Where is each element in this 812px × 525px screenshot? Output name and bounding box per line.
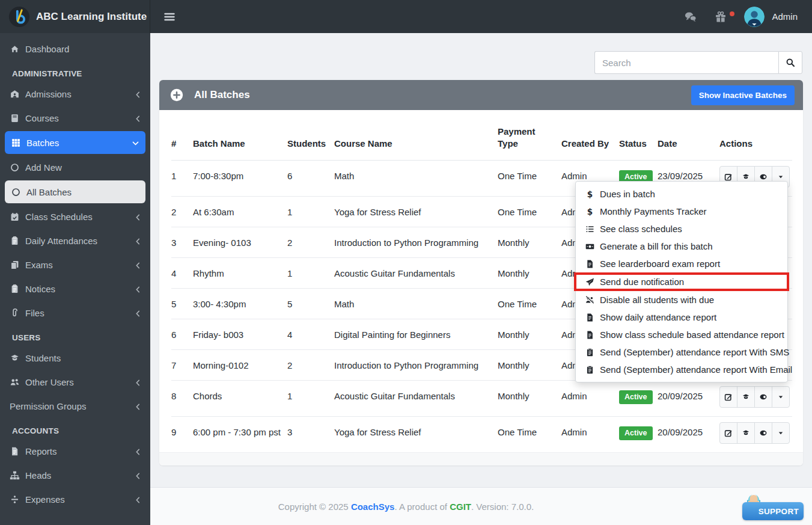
- circle-icon: [10, 162, 20, 173]
- calendar-icon: [10, 212, 20, 222]
- sidebar-toggle-hamburger-icon[interactable]: [163, 11, 176, 23]
- user-menu-label[interactable]: Admin: [772, 11, 798, 22]
- sidebar-item-label: Students: [25, 353, 142, 363]
- menu-item-show-class-schedule-based-attendance-report[interactable]: Show class schedule based attendance rep…: [576, 326, 787, 343]
- menu-item-send-september-attendance-report-with-email[interactable]: Send (September) attendance report With …: [576, 361, 787, 378]
- chevron-left-icon: [134, 447, 142, 455]
- sidebar-item-label: Admissions: [25, 89, 129, 99]
- menu-item-monthly-payments-tracker[interactable]: $Monthly Payments Tracker: [576, 203, 787, 220]
- cell-course-name: Acoustic Guitar Fundamentals: [334, 381, 498, 411]
- row-actions: [719, 422, 790, 444]
- menu-item-send-due-notification[interactable]: Send due notification: [574, 272, 789, 291]
- sidebar-item-heads[interactable]: Heads: [0, 463, 150, 487]
- file-report-icon: [584, 259, 596, 269]
- menu-item-see-learderboard-exam-report[interactable]: See learderboard exam report: [576, 255, 787, 272]
- sidebar-item-class-schedules[interactable]: Class Schedules: [0, 204, 150, 229]
- sidebar-item-label: Batches: [26, 138, 126, 148]
- sidebar-item-students[interactable]: Students: [0, 346, 150, 370]
- menu-item-show-daily-attendance-report[interactable]: Show daily attendance report: [576, 309, 787, 326]
- cell-course-name: Digital Painting for Beginners: [334, 319, 498, 349]
- coachsys-link[interactable]: CoachSys: [351, 502, 395, 512]
- money-bill-icon: [584, 242, 596, 251]
- edit-icon: [724, 173, 733, 181]
- adjust-icon: [759, 429, 768, 437]
- cell-payment-type: Monthly: [498, 227, 561, 257]
- cell-index: 6: [171, 319, 193, 349]
- sidebar-item-label: Reports: [25, 446, 129, 456]
- brand-title: ABC Learning Institute: [36, 11, 147, 23]
- sidebar-item-exams[interactable]: Exams: [0, 253, 150, 277]
- chevron-left-icon: [134, 309, 142, 317]
- sidebar-item-add-new[interactable]: Add New: [0, 155, 150, 179]
- student-icon: [742, 429, 750, 437]
- menu-item-send-september-attendance-report-with-sms[interactable]: Send (September) attendance report With …: [576, 343, 787, 361]
- sidebar-item-courses[interactable]: Courses: [0, 106, 150, 130]
- brand[interactable]: ABC Learning Institute: [0, 0, 150, 33]
- more-actions-button[interactable]: [772, 386, 790, 408]
- cell-batch-name: Evening- 0103: [193, 227, 287, 257]
- cell-batch-name: Chords: [193, 381, 287, 411]
- cell-course-name: Acoustic Guitar Fundamentals: [334, 258, 498, 288]
- more-actions-button[interactable]: [772, 422, 790, 444]
- cell-students: 3: [287, 417, 334, 447]
- cell-students: 5: [287, 289, 334, 319]
- users-icon: [10, 377, 20, 387]
- chat-icon[interactable]: [684, 10, 697, 23]
- sidebar-item-label: Add New: [25, 162, 142, 173]
- caret-down-icon: [777, 393, 785, 401]
- toggle-status-button[interactable]: [754, 386, 772, 408]
- sidebar-item-files[interactable]: Files: [0, 301, 150, 325]
- add-batch-plus-icon[interactable]: [170, 88, 183, 102]
- menu-item-label: Generate a bill for this batch: [600, 240, 713, 253]
- edit-batch-button[interactable]: [719, 422, 737, 444]
- menu-item-disable-all-students-with-due[interactable]: Disable all students with due: [576, 291, 787, 309]
- student-icon: [742, 173, 750, 181]
- batch-students-button[interactable]: [737, 386, 755, 408]
- sidebar-item-other-users[interactable]: Other Users: [0, 370, 150, 394]
- batch-students-button[interactable]: [737, 422, 755, 444]
- cell-course-name: Math: [334, 289, 498, 319]
- edit-batch-button[interactable]: [719, 386, 737, 408]
- menu-item-label: Disable all students with due: [600, 293, 714, 306]
- clipboard-icon: [584, 348, 596, 357]
- cell-status: Active: [619, 417, 658, 449]
- list-icon: [584, 224, 596, 234]
- search-input[interactable]: [594, 51, 778, 74]
- avatar[interactable]: [744, 7, 765, 27]
- sidebar-item-expenses[interactable]: Expenses: [0, 487, 150, 511]
- chevron-left-icon: [134, 213, 142, 221]
- menu-item-generate-a-bill-for-this-batch[interactable]: Generate a bill for this batch: [576, 238, 787, 255]
- cell-payment-type: One Time: [498, 197, 561, 227]
- cgit-link[interactable]: CGIT: [450, 502, 471, 512]
- cell-students: 1: [287, 258, 334, 288]
- cell-students: 4: [287, 319, 334, 349]
- gift-icon[interactable]: [714, 10, 727, 23]
- support-widget[interactable]: SUPPORT: [742, 493, 804, 520]
- cell-batch-name: Morning-0102: [193, 350, 287, 380]
- support-button[interactable]: SUPPORT: [742, 502, 804, 520]
- column-header-: #: [171, 127, 193, 159]
- clipboard-icon: [10, 236, 20, 246]
- cell-index: 8: [171, 381, 193, 411]
- sidebar-item-permission-groups[interactable]: Permission Groups: [0, 394, 150, 418]
- sidebar-item-all-batches[interactable]: All Batches: [5, 180, 145, 203]
- sidebar-item-batches[interactable]: Batches: [5, 131, 145, 154]
- users-slash-icon: [584, 295, 596, 305]
- sidebar-item-notices[interactable]: Notices: [0, 277, 150, 301]
- topbar: ABC Learning Institute Admin: [0, 0, 812, 33]
- column-header-batch-name: Batch Name: [193, 127, 287, 159]
- cell-students: 1: [287, 381, 334, 411]
- toggle-status-button[interactable]: [754, 422, 772, 444]
- sidebar-item-reports[interactable]: Reports: [0, 439, 150, 463]
- copyright-text: Copyright © 2025 CoachSys. A product of …: [278, 502, 534, 512]
- show-inactive-batches-button[interactable]: Show Inactive Batches: [691, 85, 795, 105]
- admissions-icon: [10, 89, 20, 99]
- sidebar-item-daily-attendances[interactable]: Daily Attendances: [0, 229, 150, 253]
- menu-item-label: Show class schedule based attendance rep…: [600, 328, 784, 341]
- sidebar-item-admissions[interactable]: Admissions: [0, 82, 150, 106]
- sidebar-item-dashboard[interactable]: Dashboard: [0, 37, 150, 61]
- menu-item-see-class-schedules[interactable]: See class schedules: [576, 220, 787, 238]
- cell-course-name: Yoga for Stress Relief: [334, 417, 498, 447]
- search-button[interactable]: [778, 51, 802, 74]
- menu-item-dues-in-batch[interactable]: $Dues in batch: [576, 185, 787, 203]
